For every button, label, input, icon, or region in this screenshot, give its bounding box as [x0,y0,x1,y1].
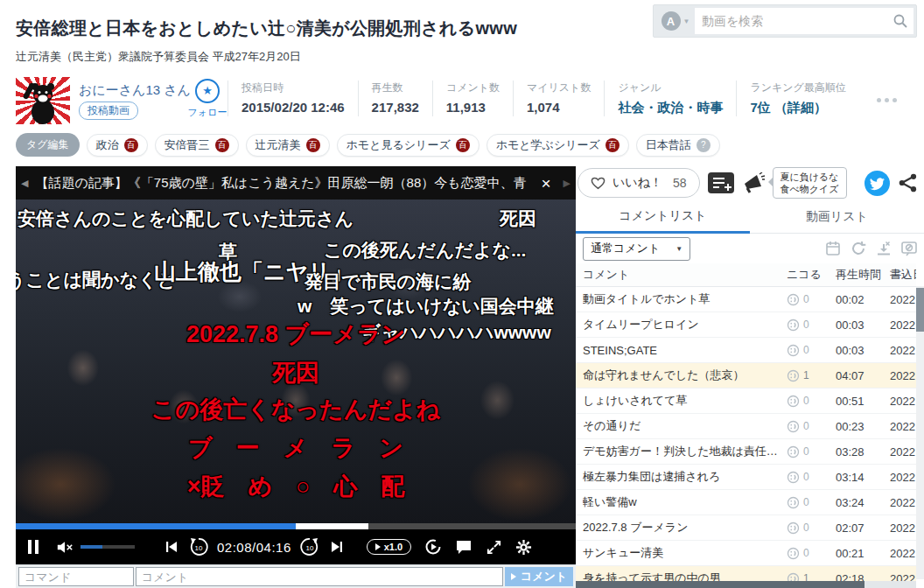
comment-row[interactable]: サンキュー清美000:212022 [576,541,916,566]
dictionary-badge-icon[interactable]: 百 [456,138,470,152]
settings-button[interactable] [515,539,532,556]
nicoru-cell[interactable]: 0 [787,471,836,484]
comment-row[interactable]: その通りだ000:232022 [576,414,916,439]
nicoru-count: 0 [803,293,809,305]
calendar-button[interactable] [825,241,841,256]
comment-row[interactable]: タイムリープヒロイン000:032022 [576,312,916,338]
comment-row[interactable]: 軽い警備w003:242022 [576,490,916,515]
header-playtime: 再生時間 [836,267,890,283]
dictionary-badge-icon[interactable]: 百 [306,138,320,152]
comment-toggle-button[interactable] [455,539,472,555]
tag-2[interactable]: 辻元清美百 [246,134,330,157]
scrollbar-thumb[interactable] [576,581,864,588]
nicoru-icon [787,344,800,357]
search-icon[interactable] [892,13,908,32]
search-input[interactable] [695,8,914,34]
like-button[interactable]: いいね！ 58 [578,168,700,198]
next-button[interactable] [330,540,344,554]
comment-playtime: 03:28 [836,445,890,458]
ticker-prev-icon[interactable]: ◀ [21,178,28,189]
vertical-scrollbar[interactable] [916,286,924,579]
ticker-close-icon[interactable]: × [536,175,556,192]
comment-filter-select[interactable]: 通常コメント ▼ [583,237,690,261]
playback-speed-button[interactable]: x1.0 [367,539,411,555]
more-menu-button[interactable] [877,98,897,102]
seek-bar[interactable] [16,523,576,529]
tag-label: 安倍晋三 [164,137,210,153]
video-screen[interactable]: 安倍さんのことを心配していた辻元さん死因草この後死んだんだよな...うことは聞か… [16,200,576,523]
comment-submit-button[interactable]: コメント [505,567,573,586]
twitter-share-button[interactable] [864,171,890,196]
add-mylist-button[interactable] [708,172,734,193]
ticker-text[interactable]: 【話題の記事】《「75歳の壁」私はこう越えた》田原総一朗（88）今も恋愛中、青 [35,175,528,192]
player-controls: 10 02:08/04:16 10 x1.0 [16,529,576,564]
nicoru-count: 0 [803,420,809,432]
ng-comment-button[interactable] [901,241,917,256]
forward-10-button[interactable]: 10 [300,537,319,556]
tag-4[interactable]: ホモと学ぶシリーズ百 [486,134,629,157]
tag-label: 日本昔話 [646,137,691,153]
nicoru-cell[interactable]: 0 [787,522,836,535]
nicoru-cell[interactable]: 0 [787,445,836,458]
ticker-next-icon[interactable]: ▶ [564,178,570,189]
download-button[interactable] [876,241,892,256]
stat-value[interactable]: 社会・政治・時事 [618,100,723,116]
fullscreen-button[interactable] [486,539,502,556]
nicoru-cell[interactable]: 0 [787,420,836,433]
dictionary-badge-icon[interactable]: 百 [215,138,229,152]
command-input[interactable] [18,567,134,586]
uploader-name[interactable]: おにーさん13 さん [79,82,191,99]
comment-row[interactable]: 命は守れませんでした（悲哀）104:072022 [576,363,916,388]
nicoru-icon [787,395,800,408]
volume-slider[interactable] [80,545,135,549]
uploaded-videos-button[interactable]: 投稿動画 [79,102,138,120]
comment-input[interactable] [136,567,503,586]
tag-0[interactable]: 政治百 [87,134,148,157]
comment-row[interactable]: デモ妨害ガー！判決した地裁は責任…003:282022 [576,439,916,465]
tab-video-list[interactable]: 動画リスト [750,201,924,233]
dictionary-badge-icon[interactable]: 百 [124,138,138,152]
comment-row[interactable]: 2022.7.8 ブーメラン002:072022 [576,515,916,541]
dictionary-badge-icon[interactable]: ? [696,138,710,152]
like-label: いいね！ [612,175,662,191]
nicoru-cell[interactable]: 0 [787,547,836,560]
share-button[interactable] [898,172,919,193]
scrollbar-thumb[interactable] [916,288,924,332]
tab-comment-list[interactable]: コメントリスト [576,201,750,234]
comment-row[interactable]: 極左暴力集団は逮捕されろ003:142022 [576,465,916,490]
comment-list-toolbar: 通常コメント ▼ [576,234,924,263]
stat-label: 投稿日時 [242,80,345,95]
nicoru-icon [787,471,800,484]
tag-edit-button[interactable]: タグ編集 [16,133,80,157]
nicoru-cell[interactable]: 0 [787,318,836,332]
tag-5[interactable]: 日本昔話? [636,134,720,157]
mute-button[interactable] [56,541,74,554]
search-scope-dropdown[interactable]: A ▼ [656,11,695,31]
comment-row[interactable]: STEINS;GATE000:032022 [576,338,916,363]
uploader-avatar[interactable] [16,77,70,124]
share-icon [898,172,919,193]
horizontal-scrollbar[interactable] [576,581,916,588]
promo-bubble[interactable]: 夏に負けるな 食べ物クイズ [773,167,847,200]
tag-3[interactable]: ホモと見るシリーズ百 [337,134,480,157]
continuous-play-button[interactable] [424,538,442,556]
comment-row[interactable]: 動画タイトルでホント草000:022022 [576,287,916,312]
tag-1[interactable]: 安倍晋三百 [155,134,239,157]
nicoru-cell[interactable]: 0 [787,293,836,306]
comment-text: 命は守れませんでした（悲哀） [583,368,787,383]
refresh-button[interactable] [850,241,866,256]
comment-text: 極左暴力集団は逮捕されろ [583,469,787,485]
dictionary-badge-icon[interactable]: 百 [606,138,620,152]
nicoru-cell[interactable]: 0 [787,395,836,408]
stat-value[interactable]: 7位 （詳細） [750,100,845,116]
pause-button[interactable] [26,540,40,554]
previous-button[interactable] [164,540,178,554]
nicoru-cell[interactable]: 0 [787,344,836,357]
nicoad-button[interactable] [742,172,765,193]
rewind-10-button[interactable]: 10 [189,537,208,556]
nicoru-cell[interactable]: 1 [787,369,836,382]
nicoru-cell[interactable]: 0 [787,496,836,509]
tag-label: ホモと学ぶシリーズ [496,137,600,153]
follow-button[interactable]: ★ フォロー [180,79,234,119]
comment-row[interactable]: しょけいされてて草000:512022 [576,388,916,414]
